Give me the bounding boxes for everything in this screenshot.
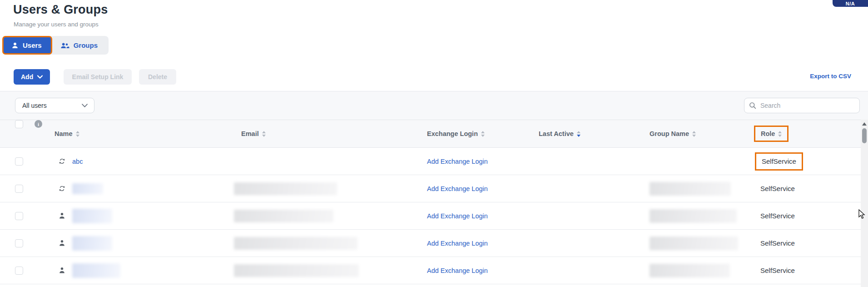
redacted-email — [234, 210, 333, 222]
mouse-cursor — [858, 209, 867, 219]
column-header-group-name[interactable]: Group Name — [645, 120, 754, 147]
users-group-icon — [60, 42, 69, 49]
na-badge: N/A — [833, 0, 868, 7]
role-value: SelfService — [760, 185, 795, 192]
person-icon — [58, 267, 66, 274]
redacted-group-name — [650, 264, 730, 277]
chevron-down-icon — [37, 75, 43, 79]
role-value: SelfService — [760, 239, 795, 247]
column-header-exchange-login[interactable]: Exchange Login — [422, 120, 534, 147]
search-icon — [749, 102, 756, 109]
sort-icon — [692, 131, 696, 137]
user-icon — [11, 42, 19, 49]
role-value: SelfService — [762, 157, 796, 165]
delete-button[interactable]: Delete — [139, 69, 176, 85]
sort-icon — [481, 131, 485, 137]
search-box — [744, 98, 860, 113]
email-setup-link-button[interactable]: Email Setup Link — [64, 69, 132, 85]
role-annotation-box: Role — [754, 126, 789, 142]
table-row: abcAdd Exchange LoginSelfService — [0, 148, 861, 175]
add-exchange-login-link[interactable]: Add Exchange Login — [427, 267, 488, 274]
page-title: Users & Groups — [13, 3, 108, 17]
chevron-down-icon — [82, 104, 88, 107]
redacted-name — [72, 209, 112, 223]
table-body: abcAdd Exchange LoginSelfServiceAdd Exch… — [0, 148, 861, 284]
vertical-scrollbar[interactable] — [861, 120, 868, 287]
tab-bar: Users Groups — [4, 36, 109, 55]
row-checkbox[interactable] — [15, 185, 23, 193]
add-exchange-login-link[interactable]: Add Exchange Login — [427, 185, 488, 192]
add-exchange-login-link[interactable]: Add Exchange Login — [427, 158, 488, 165]
sort-icon — [76, 131, 79, 137]
sort-icon — [778, 131, 782, 137]
search-input[interactable] — [760, 102, 855, 109]
row-checkbox[interactable] — [15, 212, 23, 220]
column-header-name[interactable]: Name — [55, 120, 234, 147]
redacted-group-name — [650, 182, 731, 196]
redacted-email — [234, 237, 357, 250]
redacted-email — [234, 182, 337, 195]
redacted-name — [72, 236, 112, 251]
redacted-group-name — [650, 237, 738, 250]
table-row: Add Exchange LoginSelfService — [0, 202, 861, 230]
info-icon[interactable]: i — [35, 120, 42, 128]
scroll-up-arrow-icon[interactable] — [862, 122, 867, 126]
table-row: Add Exchange LoginSelfService — [0, 230, 861, 257]
filter-band: All users — [0, 91, 868, 120]
add-exchange-login-link[interactable]: Add Exchange Login — [427, 240, 488, 247]
redacted-name — [72, 183, 103, 194]
tab-users[interactable]: Users — [2, 36, 52, 55]
add-button-label: Add — [21, 73, 33, 81]
tab-groups-label: Groups — [74, 41, 98, 49]
scrollbar-thumb[interactable] — [862, 128, 867, 143]
redacted-name — [72, 263, 120, 278]
redacted-email — [234, 264, 359, 277]
users-filter-select[interactable]: All users — [15, 98, 94, 113]
add-button[interactable]: Add — [14, 69, 50, 85]
column-header-last-active[interactable]: Last Active — [534, 120, 645, 147]
row-checkbox[interactable] — [15, 157, 23, 166]
table-row: Add Exchange LoginSelfService — [0, 175, 861, 202]
sort-icon — [577, 131, 580, 137]
redacted-group-name — [650, 209, 737, 223]
users-filter-value: All users — [22, 102, 47, 109]
tab-groups[interactable]: Groups — [52, 36, 109, 55]
role-value: SelfService — [760, 267, 795, 274]
row-checkbox[interactable] — [15, 239, 23, 247]
table-header: i Name Email Exchange Login Last Active … — [0, 120, 868, 148]
users-groups-page: N/A Users & Groups Manage your users and… — [0, 0, 868, 287]
sync-icon — [58, 157, 66, 165]
column-header-email[interactable]: Email — [234, 120, 422, 147]
table-row: Add Exchange LoginSelfService — [0, 257, 861, 284]
user-name-link[interactable]: abc — [72, 158, 83, 165]
row-checkbox[interactable] — [15, 267, 23, 275]
role-annotation-box: SelfService — [755, 152, 803, 171]
export-to-csv-link[interactable]: Export to CSV — [810, 73, 851, 80]
select-all-checkbox[interactable] — [15, 120, 23, 128]
page-subtitle: Manage your users and groups — [14, 21, 99, 28]
person-icon — [58, 212, 66, 220]
sync-icon — [58, 185, 66, 192]
role-value: SelfService — [760, 212, 795, 220]
tab-users-label: Users — [23, 41, 42, 49]
add-exchange-login-link[interactable]: Add Exchange Login — [427, 212, 488, 220]
column-header-role[interactable]: Role — [754, 120, 861, 147]
sort-icon — [262, 131, 266, 137]
person-icon — [58, 239, 66, 247]
